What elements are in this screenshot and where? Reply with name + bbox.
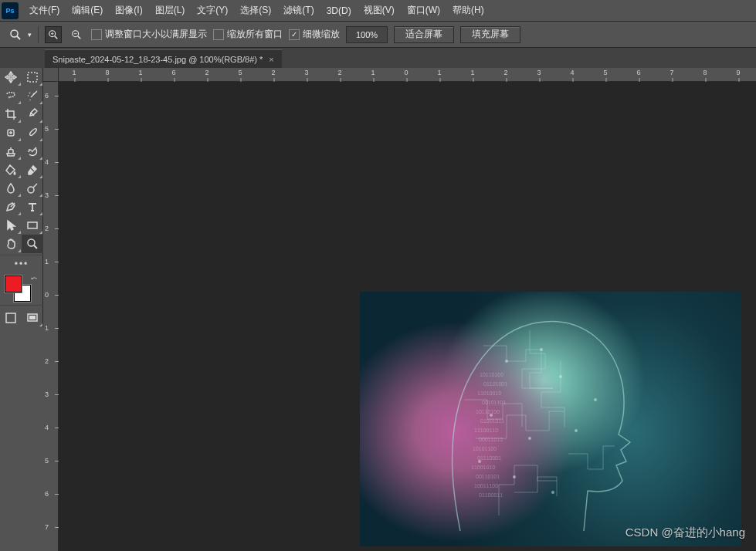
svg-rect-9 (28, 73, 37, 82)
close-icon[interactable]: × (269, 55, 273, 64)
svg-line-1 (17, 36, 20, 39)
svg-text:10110100: 10110100 (476, 409, 500, 414)
marquee-tool[interactable] (22, 68, 43, 86)
scrubby-zoom-label: 细微缩放 (303, 28, 340, 41)
svg-rect-12 (28, 222, 37, 228)
swap-colors-icon[interactable]: ⤺ (31, 274, 37, 282)
type-tool[interactable] (22, 198, 43, 216)
svg-point-16 (8, 316, 13, 320)
edit-toolbar-icon[interactable]: ••• (0, 257, 43, 271)
paint-bucket-tool[interactable] (0, 161, 22, 179)
fill-screen-button[interactable]: 填充屏幕 (460, 26, 520, 43)
document-tab[interactable]: Snipaste_2024-05-12_18-23-45.jpg @ 100%(… (45, 49, 282, 68)
zoom-out-button[interactable] (68, 26, 85, 43)
svg-point-26 (551, 491, 554, 494)
lasso-tool[interactable] (0, 86, 22, 105)
separator (0, 255, 43, 255)
path-selection-tool[interactable] (0, 216, 22, 235)
separator (0, 305, 43, 306)
healing-brush-tool[interactable] (0, 123, 22, 142)
quick-mask-icon[interactable] (0, 309, 22, 327)
zoom-level-input[interactable] (346, 26, 388, 43)
canvas-area[interactable]: 1011010001101001110100100010110110110100… (59, 82, 756, 551)
brush-tool[interactable] (22, 123, 43, 142)
vertical-ruler[interactable]: 65432101234567 (43, 82, 59, 551)
menu-view[interactable]: 视图(V) (358, 1, 401, 20)
dodge-tool[interactable] (22, 179, 43, 198)
zoom-in-button[interactable] (45, 26, 62, 43)
options-bar: ▾ 调整窗口大小以满屏显示 缩放所有窗口 细微缩放 适合屏幕 填充屏幕 (0, 22, 756, 48)
svg-text:00011010: 00011010 (479, 437, 503, 442)
zoom-all-label: 缩放所有窗口 (227, 28, 283, 41)
rectangle-tool[interactable] (22, 216, 43, 235)
svg-point-11 (28, 187, 34, 193)
menu-type[interactable]: 文字(Y) (191, 1, 234, 20)
svg-point-13 (28, 239, 35, 246)
svg-text:00110101: 00110101 (476, 474, 500, 479)
svg-point-19 (505, 360, 508, 363)
svg-text:10110100: 10110100 (480, 372, 503, 377)
workspace: 1816252321011234567891011 65432101234567… (43, 68, 756, 551)
watermark: CSDN @奋进的小hang (625, 526, 745, 540)
svg-line-7 (78, 35, 81, 39)
resize-window-option[interactable]: 调整窗口大小以满屏显示 (91, 28, 207, 41)
zoom-tool[interactable] (22, 235, 43, 253)
svg-point-24 (575, 429, 578, 432)
svg-point-21 (559, 375, 562, 378)
svg-text:01100011: 01100011 (479, 492, 503, 498)
menu-filter[interactable]: 滤镜(T) (277, 1, 320, 20)
svg-rect-18 (29, 316, 36, 319)
svg-point-20 (540, 348, 543, 351)
checkbox-icon[interactable] (91, 29, 102, 40)
resize-window-label: 调整窗口大小以满屏显示 (105, 28, 207, 41)
ruler-origin[interactable] (43, 68, 59, 82)
zoom-tool-icon[interactable] (6, 25, 25, 44)
hand-tool[interactable] (0, 235, 22, 253)
fit-screen-button[interactable]: 适合屏幕 (394, 26, 454, 43)
pen-tool[interactable] (0, 198, 22, 216)
checkbox-checked-icon[interactable] (289, 29, 300, 40)
magic-wand-tool[interactable] (22, 86, 43, 105)
svg-point-0 (11, 30, 18, 37)
tool-preset-dropdown-icon[interactable]: ▾ (28, 31, 32, 39)
svg-text:01001011: 01001011 (480, 418, 504, 424)
blur-tool[interactable] (0, 179, 22, 198)
app-logo: Ps (2, 2, 19, 19)
screen-mode-icon[interactable] (22, 309, 43, 327)
menu-3d[interactable]: 3D(D) (320, 2, 358, 19)
horizontal-ruler[interactable]: 1816252321011234567891011 (59, 68, 756, 82)
scrubby-zoom-option[interactable]: 细微缩放 (289, 28, 340, 41)
image-content: 1011010001101001110100100010110110110100… (360, 292, 741, 546)
svg-text:01101001: 01101001 (483, 381, 507, 387)
svg-point-25 (513, 475, 516, 478)
menu-window[interactable]: 窗口(W) (401, 1, 446, 20)
menu-select[interactable]: 选择(S) (234, 1, 277, 20)
svg-point-23 (528, 437, 531, 440)
checkbox-icon[interactable] (213, 29, 224, 40)
history-brush-tool[interactable] (22, 142, 43, 161)
svg-text:00101101: 00101101 (482, 400, 506, 405)
menu-edit[interactable]: 编辑(E) (66, 1, 109, 20)
clone-stamp-tool[interactable] (0, 142, 22, 161)
svg-line-14 (34, 245, 37, 248)
svg-text:01110001: 01110001 (477, 455, 501, 461)
zoom-all-option[interactable]: 缩放所有窗口 (213, 28, 283, 41)
menu-file[interactable]: 文件(F) (23, 1, 66, 20)
crop-tool[interactable] (0, 105, 22, 123)
eraser-tool[interactable] (22, 161, 43, 179)
svg-text:11001010: 11001010 (471, 465, 495, 470)
move-tool[interactable] (0, 68, 22, 86)
menu-help[interactable]: 帮助(H) (446, 1, 490, 20)
foreground-color[interactable] (5, 276, 22, 292)
eyedropper-tool[interactable] (22, 105, 43, 123)
svg-point-28 (594, 398, 597, 401)
svg-text:10101100: 10101100 (473, 446, 497, 451)
menu-bar: Ps 文件(F) 编辑(E) 图像(I) 图层(L) 文字(Y) 选择(S) 滤… (0, 0, 756, 22)
svg-text:11100110: 11100110 (474, 428, 498, 433)
menu-layer[interactable]: 图层(L) (149, 1, 192, 20)
color-swatches: ⤺ (3, 274, 43, 303)
svg-text:11010010: 11010010 (477, 390, 501, 396)
document-tab-title: Snipaste_2024-05-12_18-23-45.jpg @ 100%(… (53, 55, 263, 64)
document-tab-bar: Snipaste_2024-05-12_18-23-45.jpg @ 100%(… (0, 48, 756, 68)
menu-image[interactable]: 图像(I) (109, 1, 148, 20)
